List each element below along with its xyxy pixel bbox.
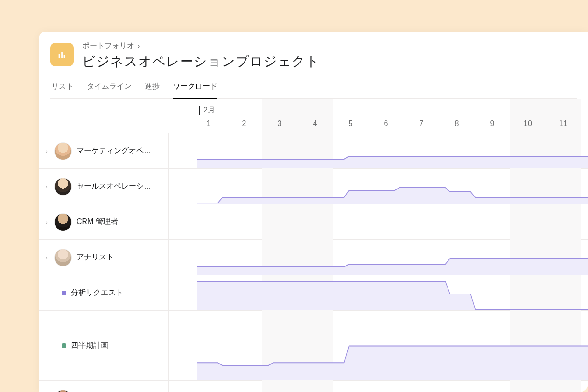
expand-chevron-icon[interactable]: › xyxy=(46,184,49,189)
day-label: 11 xyxy=(546,119,581,128)
svg-rect-2 xyxy=(64,55,65,58)
day-label: 5 xyxy=(333,119,368,128)
row-label: アナリスト xyxy=(77,252,114,262)
person-row[interactable]: ›アナリスト xyxy=(39,240,168,275)
weekend-shade xyxy=(510,99,581,133)
person-row[interactable]: ›CRM 管理者 xyxy=(39,204,168,240)
tabs: リスト タイムライン 進捗 ワークロード xyxy=(50,79,577,99)
breadcrumb[interactable]: ポートフォリオ › xyxy=(82,41,320,51)
avatar xyxy=(54,390,72,392)
weekend-shade xyxy=(510,381,581,392)
day-label: 2 xyxy=(226,119,262,128)
avatar xyxy=(54,213,72,231)
tab-list[interactable]: リスト xyxy=(51,79,74,99)
portfolio-folder-icon xyxy=(50,43,74,66)
day-label: 8 xyxy=(439,119,475,128)
weekend-shade xyxy=(510,204,581,240)
month-label: 2月 xyxy=(199,105,215,115)
weekend-shade xyxy=(262,99,333,133)
tab-progress[interactable]: 進捗 xyxy=(145,79,160,99)
day-label: 6 xyxy=(368,119,404,128)
day-label: 3 xyxy=(262,119,297,128)
project-color-dot xyxy=(62,291,66,295)
workload-area-chart xyxy=(169,275,588,310)
workload-track xyxy=(169,311,588,381)
avatar xyxy=(54,142,72,160)
weekend-shade xyxy=(262,204,333,240)
tab-timeline[interactable]: タイムライン xyxy=(87,79,132,99)
project-row[interactable]: 四半期計画 xyxy=(39,311,168,381)
workload-area-chart xyxy=(169,311,588,380)
expand-chevron-icon[interactable]: › xyxy=(46,148,49,154)
day-row: 123456789101112 xyxy=(191,119,588,133)
weekend-shade xyxy=(262,381,333,392)
person-row[interactable]: ›マーケティングオペ… xyxy=(39,133,168,169)
day-label: 12 xyxy=(581,119,588,128)
workload-area-chart xyxy=(169,133,588,168)
side-column: ›マーケティングオペ…›セールスオペレーシ…›CRM 管理者›アナリスト分析リク… xyxy=(39,133,169,392)
avatar xyxy=(54,178,72,196)
header: ポートフォリオ › ビジネスオペレーションプロジェクト リスト タイムライン 進… xyxy=(39,32,588,99)
person-row[interactable]: ›PMO リーダー xyxy=(39,381,168,392)
workload-track xyxy=(169,240,588,275)
row-label: CRM 管理者 xyxy=(77,217,118,227)
project-row[interactable]: 分析リクエスト xyxy=(39,275,168,311)
workload-track xyxy=(169,133,588,169)
svg-rect-1 xyxy=(61,52,63,58)
chevron-right-icon: › xyxy=(137,42,140,50)
timeline-header: 2月 123456789101112 xyxy=(39,99,588,133)
person-row[interactable]: ›セールスオペレーシ… xyxy=(39,169,168,204)
grid-body: ›マーケティングオペ…›セールスオペレーシ…›CRM 管理者›アナリスト分析リク… xyxy=(39,133,588,392)
day-label: 1 xyxy=(191,119,226,128)
page-title: ビジネスオペレーションプロジェクト xyxy=(82,53,320,70)
breadcrumb-parent: ポートフォリオ xyxy=(82,41,134,51)
row-label: 四半期計画 xyxy=(71,341,108,350)
expand-chevron-icon[interactable]: › xyxy=(46,219,49,225)
month-tick-icon xyxy=(199,106,200,115)
expand-chevron-icon[interactable]: › xyxy=(46,255,49,260)
svg-rect-0 xyxy=(59,54,60,58)
workload-track xyxy=(169,204,588,240)
workload-area-chart xyxy=(169,169,588,204)
avatar xyxy=(54,249,72,266)
day-label: 10 xyxy=(510,119,546,128)
workload-track xyxy=(169,169,588,204)
day-label: 7 xyxy=(404,119,439,128)
day-label: 4 xyxy=(297,119,333,128)
month-text: 2月 xyxy=(203,105,215,115)
workload-track xyxy=(169,381,588,392)
chart-column xyxy=(169,133,588,392)
project-color-dot xyxy=(62,343,66,348)
workload-track xyxy=(169,275,588,311)
row-label: マーケティングオペ… xyxy=(77,146,151,156)
tab-workload[interactable]: ワークロード xyxy=(173,79,217,99)
row-label: セールスオペレーシ… xyxy=(77,182,151,191)
app-window: ポートフォリオ › ビジネスオペレーションプロジェクト リスト タイムライン 進… xyxy=(39,32,588,392)
day-label: 9 xyxy=(475,119,510,128)
workload-area-chart xyxy=(169,240,588,275)
row-label: 分析リクエスト xyxy=(71,288,123,298)
